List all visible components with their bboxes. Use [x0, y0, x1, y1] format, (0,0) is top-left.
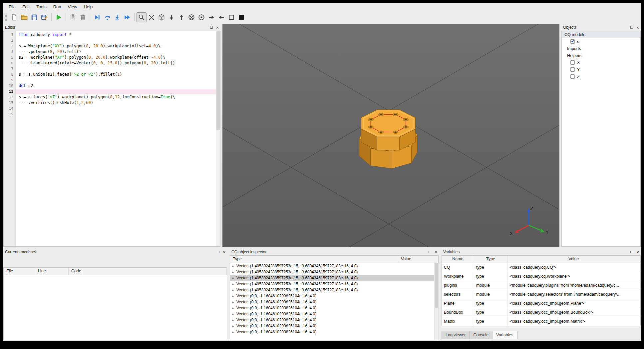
- inspector-row[interactable]: ▸Vector: (0.0, -1.1604610293826104e-16, …: [230, 317, 434, 323]
- inspector-col-value[interactable]: Value: [398, 256, 439, 263]
- code-line[interactable]: 7: [4, 66, 216, 72]
- inspector-col-type[interactable]: Type: [230, 256, 398, 263]
- variables-col-value[interactable]: Value: [507, 256, 640, 263]
- iso-view-button[interactable]: [157, 12, 166, 22]
- inspector-row[interactable]: ▸Vector: (1.4053924288597253e-15, -3.680…: [230, 281, 434, 287]
- zoom-tool-button[interactable]: [137, 12, 147, 22]
- editor-body[interactable]: 1from cadquery import *23s = Workplane("…: [3, 31, 220, 247]
- code-line[interactable]: 1from cadquery import *: [4, 32, 216, 38]
- expand-icon[interactable]: ▸: [232, 324, 236, 328]
- toolbar-handle[interactable]: [5, 14, 7, 21]
- expand-icon[interactable]: ▸: [232, 288, 236, 292]
- menu-edit[interactable]: Edit: [19, 3, 33, 10]
- code-line[interactable]: 5s2 = Workplane("XY").polygon(8, 20.0).w…: [4, 55, 216, 60]
- viewport-3d[interactable]: Z Y X: [222, 24, 559, 247]
- code-line[interactable]: 6····.transformed(rotate=Vector(0, 0, 15…: [4, 60, 216, 66]
- tree-item-x[interactable]: X: [562, 59, 640, 66]
- tab-console[interactable]: Console: [469, 331, 492, 339]
- inspector-scrollbar-thumb[interactable]: [435, 263, 438, 308]
- menu-view[interactable]: View: [65, 3, 81, 10]
- variables-col-name[interactable]: Name: [442, 256, 474, 263]
- editor-scrollbar-thumb[interactable]: [216, 31, 220, 130]
- inspector-row[interactable]: ▸Vector: (0.0, -1.1604610293826104e-16, …: [230, 305, 434, 311]
- objects-body[interactable]: CQ models✔sImportsHelpersXYZ: [561, 31, 641, 247]
- tree-item-s[interactable]: ✔s: [562, 38, 640, 45]
- cad-model[interactable]: [359, 110, 417, 168]
- variable-row[interactable]: Workplanetype<class 'cadquery.cq.Workpla…: [442, 272, 640, 281]
- code-line[interactable]: 14: [4, 106, 216, 111]
- tab-variables[interactable]: Variables: [492, 331, 517, 339]
- inspector-row[interactable]: ▸Vector: (1.4053924288597253e-15, -3.680…: [230, 269, 434, 275]
- expand-icon[interactable]: ▸: [232, 318, 236, 322]
- expand-icon[interactable]: ▸: [232, 264, 236, 268]
- checkbox-unchecked[interactable]: [570, 60, 575, 65]
- variable-row[interactable]: selectorsmodule<module 'cadquery.selecto…: [442, 290, 640, 299]
- variable-row[interactable]: CQtype<class 'cadquery.cq.CQ'>: [442, 263, 640, 272]
- expand-icon[interactable]: ▸: [232, 270, 236, 274]
- continue-button[interactable]: [122, 12, 132, 22]
- menu-file[interactable]: File: [5, 3, 19, 10]
- viewport-canvas[interactable]: Z Y X: [222, 24, 559, 247]
- view-back-button[interactable]: [196, 12, 206, 22]
- traceback-col-file[interactable]: File: [4, 268, 35, 275]
- tree-item-cq-models[interactable]: CQ models: [562, 31, 640, 38]
- inspector-row[interactable]: ▸Vector: (0.0, -1.1604610293826104e-16, …: [230, 311, 434, 317]
- expand-icon[interactable]: ▸: [232, 300, 236, 304]
- close-panel-icon[interactable]: ×: [435, 250, 437, 254]
- tab-log-viewer[interactable]: Log viewer: [442, 331, 470, 339]
- run-button[interactable]: [54, 12, 64, 22]
- checkbox-checked[interactable]: ✔: [570, 39, 575, 44]
- step-in-button[interactable]: [112, 12, 122, 22]
- checkbox-unchecked[interactable]: [570, 67, 575, 72]
- code-line[interactable]: 15: [4, 111, 216, 117]
- view-bottom-button[interactable]: [166, 12, 176, 22]
- float-panel-icon[interactable]: [630, 251, 633, 253]
- variable-row[interactable]: BoundBoxtype<class 'cadquery.occ_impl.ge…: [442, 308, 640, 317]
- view-left-button[interactable]: [216, 12, 226, 22]
- inspector-row[interactable]: ▸Vector: (0.0, -1.1604610293826104e-16, …: [230, 293, 434, 299]
- tree-item-z[interactable]: Z: [562, 73, 640, 80]
- view-top-button[interactable]: [176, 12, 186, 22]
- menu-run[interactable]: Run: [50, 3, 65, 10]
- expand-icon[interactable]: ▸: [232, 312, 236, 316]
- variable-row[interactable]: Matrixtype<class 'cadquery.occ_impl.geom…: [442, 317, 640, 326]
- traceback-col-code[interactable]: Code: [69, 268, 227, 275]
- save-as-button[interactable]: [39, 12, 49, 22]
- float-panel-icon[interactable]: [217, 251, 219, 253]
- fit-view-button[interactable]: [147, 12, 157, 22]
- code-line[interactable]: 13····.vertices().cskHole(1,2,60): [4, 100, 216, 106]
- view-right-button[interactable]: [206, 12, 216, 22]
- wireframe-button[interactable]: [226, 12, 236, 22]
- editor-scrollbar[interactable]: [216, 31, 220, 246]
- float-panel-icon[interactable]: [210, 26, 213, 29]
- code-line[interactable]: 10del s2: [4, 83, 216, 89]
- inspector-row[interactable]: ▸Vector: (0.0, -1.1604610293826104e-16, …: [230, 299, 434, 305]
- float-panel-icon[interactable]: [630, 26, 633, 29]
- tree-item-helpers[interactable]: Helpers: [562, 52, 640, 59]
- debug-button[interactable]: [92, 12, 102, 22]
- inspector-row[interactable]: ▸Vector: (0.0, -1.1604610293826104e-16, …: [230, 323, 434, 329]
- checkbox-unchecked[interactable]: [570, 74, 575, 79]
- variable-row[interactable]: pluginsmodule<module 'cadquery.plugins' …: [442, 281, 640, 290]
- variables-col-type[interactable]: Type: [474, 256, 507, 263]
- code-line[interactable]: 4····.polygon(8, 20).loft(): [4, 49, 216, 55]
- delete-button[interactable]: [78, 12, 88, 22]
- close-panel-icon[interactable]: ×: [223, 250, 225, 254]
- code-lines[interactable]: 1from cadquery import *23s = Workplane("…: [4, 31, 216, 117]
- save-button[interactable]: [29, 12, 39, 22]
- inspector-row[interactable]: ▸Vector: (1.4053924288597253e-15, -3.680…: [230, 263, 434, 269]
- variable-row[interactable]: Planetype<class 'cadquery.occ_impl.geom.…: [442, 299, 640, 308]
- code-line[interactable]: 3s = Workplane("XY").polygon(8, 20.0).wo…: [4, 43, 216, 49]
- tree-item-y[interactable]: Y: [562, 66, 640, 73]
- inspector-row[interactable]: ▸Vector: (1.4053924288597253e-15, -3.680…: [230, 275, 434, 281]
- code-line[interactable]: 9: [4, 77, 216, 83]
- paste-to-console-button[interactable]: [68, 12, 78, 22]
- expand-icon[interactable]: ▸: [232, 276, 236, 280]
- open-file-button[interactable]: [19, 12, 29, 22]
- menu-tools[interactable]: Tools: [33, 3, 50, 10]
- code-line[interactable]: 11: [4, 89, 216, 94]
- inspector-scrollbar[interactable]: [434, 263, 439, 340]
- inspector-row[interactable]: ▸Vector: (1.4053924288597253e-15, -3.680…: [230, 287, 434, 293]
- expand-icon[interactable]: ▸: [232, 294, 236, 298]
- step-button[interactable]: [102, 12, 112, 22]
